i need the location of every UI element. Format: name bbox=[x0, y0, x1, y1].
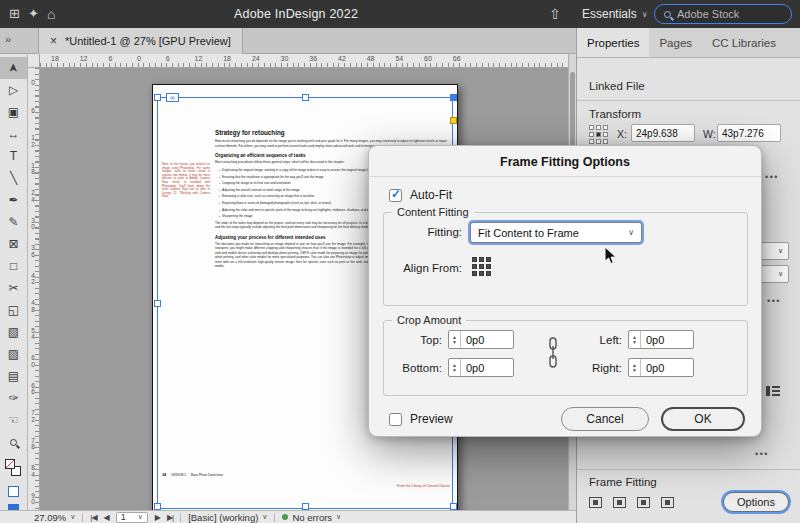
proxy-cell[interactable] bbox=[479, 257, 484, 262]
proxy-cell[interactable] bbox=[486, 264, 491, 269]
fill-frame-proportionally-button[interactable] bbox=[585, 492, 605, 512]
grid-icon[interactable]: ⊞ bbox=[9, 6, 20, 22]
tab-cc-libraries[interactable]: CC Libraries bbox=[702, 28, 786, 57]
section-linked-file: Linked File bbox=[589, 80, 645, 92]
fill-swatch[interactable] bbox=[5, 459, 15, 469]
fit-content-to-frame-button[interactable] bbox=[657, 492, 677, 512]
line-tool[interactable]: ╲ bbox=[0, 167, 27, 189]
proxy-cell[interactable] bbox=[589, 132, 594, 137]
right-field[interactable]: ▲▼ 0p0 bbox=[628, 358, 694, 377]
corner-edit-handle[interactable] bbox=[450, 117, 457, 124]
home-icon[interactable]: ⌂ bbox=[47, 6, 55, 22]
horizontal-ruler[interactable]: 181260612182430364248546066 bbox=[40, 54, 568, 68]
page-number-select[interactable]: 1 ∨ bbox=[116, 512, 148, 523]
share-icon[interactable]: ⇧ bbox=[549, 6, 561, 22]
selection-handle[interactable] bbox=[302, 503, 309, 510]
selection-handle[interactable] bbox=[450, 503, 457, 510]
next-page-button[interactable]: ▶ bbox=[155, 513, 160, 522]
normal-view-button[interactable] bbox=[0, 482, 27, 500]
stepper[interactable]: ▲▼ bbox=[629, 359, 641, 376]
cancel-button[interactable]: Cancel bbox=[561, 407, 649, 431]
eyedropper-tool[interactable]: ✑ bbox=[0, 387, 27, 409]
type-tool[interactable]: T bbox=[0, 145, 27, 167]
ok-button[interactable]: OK bbox=[661, 407, 745, 431]
proxy-cell[interactable] bbox=[486, 257, 491, 262]
fit-content-proportionally-button[interactable] bbox=[609, 492, 629, 512]
proxy-cell[interactable] bbox=[603, 125, 608, 130]
more-options-icon[interactable]: ••• bbox=[765, 172, 779, 182]
proxy-cell[interactable] bbox=[596, 132, 601, 137]
ruler-corner[interactable] bbox=[28, 54, 40, 68]
pencil-tool[interactable]: ✎ bbox=[0, 211, 27, 233]
more-options-icon[interactable]: ••• bbox=[755, 449, 769, 459]
top-field[interactable]: ▲▼ 0p0 bbox=[448, 330, 514, 349]
selection-handle[interactable] bbox=[450, 94, 457, 101]
workspace-switcher[interactable]: Essentials ∨ bbox=[582, 7, 648, 21]
gradient-swatch-tool[interactable]: ▧ bbox=[0, 321, 27, 343]
stepper[interactable]: ▲▼ bbox=[629, 331, 641, 348]
proxy-cell[interactable] bbox=[472, 264, 477, 269]
proxy-cell[interactable] bbox=[603, 139, 608, 144]
gradient-feather-tool[interactable]: ▨ bbox=[0, 343, 27, 365]
document-tab[interactable]: × *Untitled-1 @ 27% [GPU Preview] bbox=[38, 28, 243, 54]
selection-handle[interactable] bbox=[154, 94, 161, 101]
stepper[interactable]: ▲▼ bbox=[449, 359, 461, 376]
hand-tool[interactable]: ☜ bbox=[0, 409, 27, 431]
last-page-button[interactable]: ▶| bbox=[167, 513, 173, 522]
adobe-stock-search-input[interactable]: Adobe Stock bbox=[654, 4, 792, 24]
preflight-status[interactable]: No errors ∨ bbox=[282, 512, 341, 523]
more-options-icon[interactable]: ••• bbox=[767, 296, 781, 306]
fill-stroke-swatches[interactable] bbox=[0, 456, 27, 480]
page-tool[interactable]: ▣ bbox=[0, 101, 27, 123]
zoom-level-select[interactable]: 27.09% ∨ bbox=[34, 512, 75, 523]
selection-handle[interactable] bbox=[302, 94, 309, 101]
fitting-select[interactable]: Fit Content to Frame ∨ bbox=[470, 222, 642, 243]
left-field[interactable]: ▲▼ 0p0 bbox=[628, 330, 694, 349]
preflight-profile: [Basic] (working) bbox=[188, 512, 258, 523]
align-from-proxy[interactable] bbox=[472, 257, 491, 276]
direct-selection-tool[interactable]: ▷ bbox=[0, 79, 27, 101]
selection-handle[interactable] bbox=[154, 300, 161, 307]
proxy-cell[interactable] bbox=[596, 125, 601, 130]
transform-reference-proxy[interactable] bbox=[589, 125, 608, 144]
stepper[interactable]: ▲▼ bbox=[449, 331, 461, 348]
proxy-cell[interactable] bbox=[472, 271, 477, 276]
proxy-cell[interactable] bbox=[479, 271, 484, 276]
w-field[interactable]: 43p7.276 bbox=[717, 124, 781, 142]
auto-fit-checkbox[interactable]: ✓ bbox=[389, 189, 402, 202]
close-icon[interactable]: × bbox=[50, 34, 57, 48]
link-badge-icon[interactable]: ∞ bbox=[166, 93, 179, 102]
proxy-cell[interactable] bbox=[486, 271, 491, 276]
proxy-cell[interactable] bbox=[603, 132, 608, 137]
pen-tool[interactable]: ✒ bbox=[0, 189, 27, 211]
first-page-button[interactable]: |◀ bbox=[90, 513, 96, 522]
frame-fitting-options-button[interactable]: Options bbox=[723, 492, 789, 512]
bottom-field[interactable]: ▲▼ 0p0 bbox=[448, 358, 514, 377]
proxy-cell[interactable] bbox=[479, 264, 484, 269]
selection-handle[interactable] bbox=[154, 503, 161, 510]
proxy-cell[interactable] bbox=[589, 125, 594, 130]
link-crop-values-icon[interactable] bbox=[546, 332, 560, 374]
rectangle-tool[interactable]: □ bbox=[0, 255, 27, 277]
note-tool[interactable]: ▤ bbox=[0, 365, 27, 387]
panel-collapse-icon[interactable]: » bbox=[5, 33, 11, 45]
proxy-cell[interactable] bbox=[596, 139, 601, 144]
tab-properties[interactable]: Properties bbox=[577, 28, 649, 57]
zoom-tool[interactable] bbox=[0, 431, 27, 453]
free-transform-tool[interactable]: ◱ bbox=[0, 299, 27, 321]
x-field[interactable]: 24p9.638 bbox=[631, 124, 695, 142]
preview-checkbox[interactable]: ✓ bbox=[389, 413, 402, 426]
tab-pages[interactable]: Pages bbox=[649, 28, 702, 57]
proxy-cell[interactable] bbox=[472, 257, 477, 262]
previous-page-button[interactable]: ◀ bbox=[104, 513, 109, 522]
proxy-cell[interactable] bbox=[589, 139, 594, 144]
preflight-profile-select[interactable]: [Basic] (working) ∨ bbox=[188, 512, 267, 523]
gap-tool[interactable]: ↔ bbox=[0, 123, 27, 145]
sparkle-icon[interactable]: ✦ bbox=[28, 6, 39, 22]
scissors-tool[interactable]: ✂ bbox=[0, 277, 27, 299]
rectangle-frame-tool[interactable]: ⊠ bbox=[0, 233, 27, 255]
selection-tool[interactable]: ➤ bbox=[0, 57, 27, 79]
fit-frame-to-content-button[interactable] bbox=[633, 492, 653, 512]
text-wrap-icon[interactable] bbox=[765, 384, 781, 398]
vertical-ruler[interactable]: 061 21 82 43 03 64 24 85 46 06 67 27 88 … bbox=[28, 68, 40, 510]
